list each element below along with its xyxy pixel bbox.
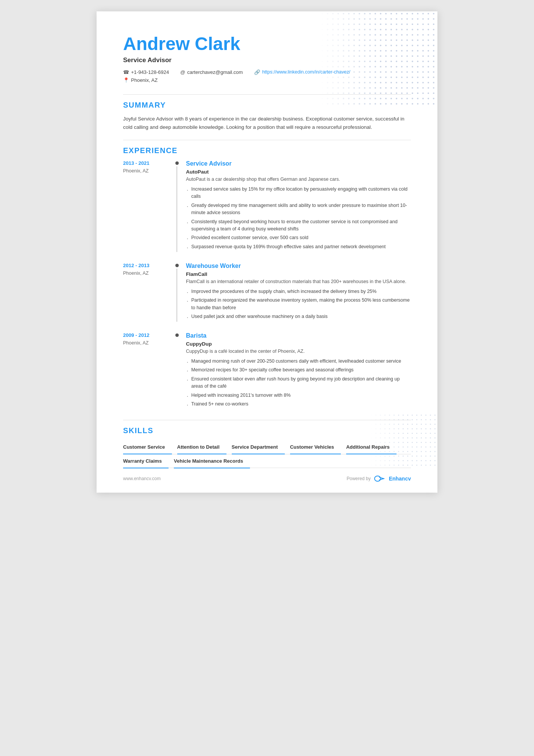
- exp-bullet: Greatly developed my time management ski…: [186, 202, 411, 217]
- exp-bullet: Trained 5+ new co-workers: [186, 401, 411, 408]
- linkedin-contact: 🔗 https://www.linkedin.com/in/carter-cha…: [254, 69, 350, 75]
- skills-rows: Customer ServiceAttention to DetailServi…: [123, 440, 411, 468]
- exp-details: Warehouse Worker FlamCall FlamCall is an…: [181, 263, 411, 322]
- exp-company: CuppyDup: [186, 341, 411, 347]
- exp-line: [176, 166, 177, 252]
- exp-dot: [175, 333, 179, 337]
- exp-bullet: Managed morning rush of over 200-250 cus…: [186, 358, 411, 365]
- exp-date: 2012 - 2013: [123, 263, 169, 268]
- exp-description: CuppyDup is a café located in the center…: [186, 348, 411, 355]
- skill-item: Warranty Claims: [123, 454, 169, 468]
- resume-page: // We'll do this via inline generation A…: [97, 11, 437, 493]
- experience-entries: 2013 - 2021 Phoenix, AZ Service Advisor …: [123, 160, 411, 409]
- exp-date: 2009 - 2012: [123, 332, 169, 338]
- exp-date-location: 2009 - 2012 Phoenix, AZ: [123, 332, 172, 409]
- exp-bullet: Helped with increasing 2011's turnover w…: [186, 392, 411, 399]
- skills-divider: [123, 420, 411, 420]
- job-title: Service Advisor: [123, 56, 411, 64]
- contact-row-1: ☎ +1-943-128-6924 @ carterchavez@gmail.c…: [123, 69, 411, 75]
- exp-bullet-list: Improved the procedures of the supply ch…: [186, 288, 411, 321]
- experience-section: EXPERIENCE 2013 - 2021 Phoenix, AZ Servi…: [123, 146, 411, 409]
- summary-section: SUMMARY Joyful Service Advisor with 8 ye…: [123, 101, 411, 132]
- exp-timeline: [172, 332, 181, 409]
- exp-bullet: Used pallet jack and other warehouse mac…: [186, 313, 411, 320]
- skills-title: SKILLS: [123, 426, 411, 435]
- skills-row: Customer ServiceAttention to DetailServi…: [123, 440, 411, 454]
- email-address: carterchavez@gmail.com: [187, 69, 243, 75]
- exp-location: Phoenix, AZ: [123, 340, 148, 346]
- skill-item: Additional Repairs: [346, 440, 397, 454]
- footer-brand: Powered by Enhancv: [347, 475, 411, 482]
- skills-row: Warranty ClaimsVehicle Maintenance Recor…: [123, 454, 411, 468]
- resume-header: Andrew Clark Service Advisor ☎ +1-943-12…: [123, 34, 411, 83]
- exp-details: Service Advisor AutoPaut AutoPaut is a c…: [181, 160, 411, 252]
- exp-date-location: 2013 - 2021 Phoenix, AZ: [123, 160, 172, 252]
- experience-title: EXPERIENCE: [123, 146, 411, 155]
- skills-section: SKILLS Customer ServiceAttention to Deta…: [123, 426, 411, 468]
- exp-line: [176, 269, 177, 322]
- exp-dot: [175, 264, 179, 267]
- location-contact: 📍 Phoenix, AZ: [123, 77, 158, 83]
- summary-title: SUMMARY: [123, 101, 411, 110]
- email-contact: @ carterchavez@gmail.com: [180, 69, 243, 75]
- exp-description: AutoPaut is a car dealership shop that o…: [186, 176, 411, 183]
- exp-bullet: Memorized recipes for 30+ specialty coff…: [186, 366, 411, 374]
- exp-bullet: Ensured consistent labor even after rush…: [186, 376, 411, 390]
- exp-role: Service Advisor: [186, 160, 411, 167]
- exp-timeline: [172, 160, 181, 252]
- candidate-name: Andrew Clark: [123, 34, 411, 54]
- skill-item: Customer Vehicles: [290, 440, 341, 454]
- enhancv-logo-icon: [374, 475, 386, 482]
- exp-role: Warehouse Worker: [186, 263, 411, 269]
- linkedin-url: https://www.linkedin.com/in/carter-chave…: [262, 69, 350, 75]
- exp-date-location: 2012 - 2013 Phoenix, AZ: [123, 263, 172, 322]
- exp-description: FlamCall is an international retailer of…: [186, 278, 411, 285]
- summary-divider: [123, 94, 411, 95]
- exp-dot: [175, 161, 179, 165]
- exp-company: FlamCall: [186, 271, 411, 277]
- brand-name: Enhancv: [389, 476, 411, 482]
- exp-location: Phoenix, AZ: [123, 271, 148, 276]
- skill-item: Service Department: [232, 440, 285, 454]
- exp-bullet: Provided excellent customer service, ove…: [186, 234, 411, 241]
- powered-by-text: Powered by: [347, 476, 370, 481]
- exp-company: AutoPaut: [186, 169, 411, 175]
- email-icon: @: [180, 69, 185, 75]
- linkedin-icon: 🔗: [254, 69, 260, 75]
- footer-website: www.enhancv.com: [123, 476, 161, 481]
- skill-item: Customer Service: [123, 440, 172, 454]
- exp-bullet: Participated in reorganized the warehous…: [186, 297, 411, 311]
- phone-number: +1-943-128-6924: [131, 69, 169, 75]
- exp-bullet-list: Increased service sales by 15% for my of…: [186, 186, 411, 250]
- footer: www.enhancv.com Powered by Enhancv: [123, 475, 411, 482]
- exp-bullet: Improved the procedures of the supply ch…: [186, 288, 411, 295]
- location: Phoenix, AZ: [131, 77, 158, 83]
- location-icon: 📍: [123, 77, 129, 83]
- experience-entry: 2013 - 2021 Phoenix, AZ Service Advisor …: [123, 160, 411, 252]
- skill-item: Vehicle Maintenance Records: [174, 454, 250, 468]
- phone-contact: ☎ +1-943-128-6924: [123, 69, 169, 75]
- svg-point-0: [375, 476, 381, 481]
- exp-bullet: Increased service sales by 15% for my of…: [186, 186, 411, 200]
- exp-bullet: Surpassed revenue quota by 169% through …: [186, 243, 411, 250]
- exp-role: Barista: [186, 332, 411, 339]
- experience-entry: 2009 - 2012 Phoenix, AZ Barista CuppyDup…: [123, 332, 411, 409]
- contact-row-2: 📍 Phoenix, AZ: [123, 77, 411, 83]
- skill-item: Attention to Detail: [177, 440, 226, 454]
- exp-location: Phoenix, AZ: [123, 168, 148, 174]
- exp-timeline: [172, 263, 181, 322]
- exp-date: 2013 - 2021: [123, 160, 169, 166]
- exp-bullet-list: Managed morning rush of over 200-250 cus…: [186, 358, 411, 408]
- experience-divider: [123, 140, 411, 140]
- exp-bullet: Consistently stayed beyond working hours…: [186, 218, 411, 233]
- experience-entry: 2012 - 2013 Phoenix, AZ Warehouse Worker…: [123, 263, 411, 322]
- summary-text: Joyful Service Advisor with 8 years of e…: [123, 115, 411, 132]
- exp-details: Barista CuppyDup CuppyDup is a café loca…: [181, 332, 411, 409]
- phone-icon: ☎: [123, 69, 129, 75]
